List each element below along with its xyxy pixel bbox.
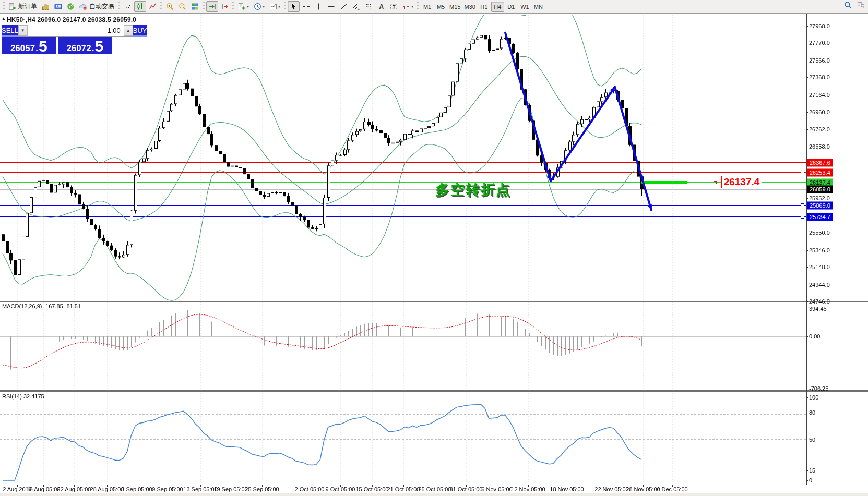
autoscroll-button[interactable]	[206, 1, 218, 12]
trendline-button[interactable]	[338, 1, 350, 12]
bars-chart-icon	[124, 3, 132, 10]
label-icon: T	[390, 3, 398, 10]
templates-button[interactable]: ▾	[267, 1, 282, 12]
sell-price-dot: .	[35, 44, 38, 53]
rsi-tick-label: 50	[809, 437, 815, 443]
date-tick-label: 28 Nov 05:00	[626, 486, 660, 492]
date-tick-label: 31 Oct 05:00	[450, 486, 483, 492]
fibonacci-button[interactable]: F	[363, 1, 375, 12]
buy-button[interactable]: BUY	[133, 25, 147, 37]
price-tick-label: 25346.0	[809, 247, 830, 253]
hline-button[interactable]	[325, 1, 337, 12]
text-button[interactable]: A	[375, 1, 387, 12]
chart-shift-icon	[221, 3, 229, 10]
timeframe-m1[interactable]: M1	[421, 2, 434, 12]
tile-windows-button[interactable]	[189, 1, 201, 12]
line-chart-icon	[149, 3, 157, 10]
sell-price-frac: 5	[39, 40, 47, 53]
price-tick-label: 24944.0	[809, 282, 830, 288]
date-tick-label: 28 Aug 05:00	[90, 486, 124, 492]
price-level-label: 25869.0	[807, 202, 833, 210]
timeframe-m30[interactable]: M30	[462, 2, 477, 12]
timeframe-m15[interactable]: M15	[448, 2, 462, 12]
volume-decrease-button[interactable]: ▼	[18, 25, 28, 36]
zoom-in-button[interactable]	[164, 1, 176, 12]
signals-icon	[67, 3, 75, 10]
timeframe-w1[interactable]: W1	[518, 2, 531, 12]
chevron-down-icon[interactable]: ▾	[263, 4, 265, 9]
channel-icon: E	[352, 3, 360, 10]
sell-button[interactable]: SELL	[2, 25, 18, 37]
price-tick-label: 27968.0	[809, 23, 830, 29]
price-tick-label: 27566.0	[809, 57, 830, 64]
timeframe-d1[interactable]: D1	[505, 2, 518, 12]
cursor-button[interactable]	[288, 1, 300, 12]
signals-button[interactable]	[65, 1, 77, 12]
chart-canvas[interactable]	[0, 0, 868, 496]
sell-price-main: 26057	[10, 44, 35, 53]
chevron-down-icon[interactable]: ▾	[247, 4, 249, 9]
date-tick-label: 9 Oct 05:00	[326, 486, 355, 492]
timeframe-h1[interactable]: H1	[478, 2, 491, 12]
arrows-button[interactable]: ▾	[400, 1, 415, 12]
tile-windows-icon	[191, 3, 199, 10]
profile-button[interactable]	[52, 1, 64, 12]
macd-tick-label: -706.25	[809, 385, 828, 392]
macd-tick-label: 394.45	[809, 306, 827, 312]
chevron-down-icon[interactable]: ▾	[411, 4, 413, 9]
price-tick-label: 26960.0	[809, 109, 830, 115]
new-order-button[interactable]: 新订单	[6, 1, 39, 12]
candle-chart-button[interactable]	[134, 1, 146, 12]
cursor-icon	[290, 3, 298, 10]
timeframe-h4[interactable]: H4	[491, 2, 504, 12]
toolbar-grip	[284, 2, 286, 11]
toolbar-grip	[3, 2, 5, 11]
price-level-label: 26253.4	[807, 169, 833, 177]
fibonacci-icon: F	[365, 3, 373, 10]
chart-shift-button[interactable]	[219, 1, 231, 12]
svg-text:F: F	[371, 7, 373, 10]
autoscroll-icon	[208, 3, 216, 10]
chevron-down-icon[interactable]: ▾	[278, 4, 280, 9]
vline-button[interactable]	[313, 1, 325, 12]
price-tick-label: 27770.0	[809, 40, 830, 46]
buy-price[interactable]: 26072 . 5	[58, 37, 113, 54]
timeframe-mn[interactable]: MN	[532, 2, 545, 12]
volume-increase-button[interactable]: ▲	[124, 25, 133, 36]
timeframe-m5[interactable]: M5	[434, 2, 447, 12]
chat-icon[interactable]	[857, 1, 865, 9]
templates-icon	[269, 3, 277, 10]
line-chart-button[interactable]	[147, 1, 159, 12]
sell-price[interactable]: 26057 . 5	[2, 37, 56, 54]
toolbar-grip	[118, 2, 120, 11]
toolbar-grip	[203, 2, 205, 11]
indicators-icon	[238, 3, 246, 10]
candles-chart-icon	[136, 3, 144, 10]
autotrading-button[interactable]: 自动交易	[77, 1, 116, 12]
date-tick-label: 25 Oct 05:00	[419, 486, 451, 492]
rsi-tick-label: 15	[809, 467, 815, 474]
date-tick-label: 2 Oct 05:00	[295, 486, 325, 492]
mt4-window: 新订单自动交易▾▾▾EFAT▾M1M5M15M30H1H4D1W1MN ▲ HK…	[0, 0, 868, 496]
buy-price-dot: .	[92, 44, 94, 53]
autotrading-button-label: 自动交易	[89, 2, 114, 11]
channel-button[interactable]: E	[350, 1, 362, 12]
zoom-out-button[interactable]	[176, 1, 188, 12]
date-tick-label: 12 Nov 05:00	[511, 486, 545, 492]
bar-chart-button[interactable]	[122, 1, 134, 12]
periods-button[interactable]: ▾	[252, 1, 267, 12]
date-tick-label: 15 Oct 05:00	[356, 486, 389, 492]
indicators-button[interactable]: ▾	[236, 1, 251, 12]
svg-text:A: A	[379, 3, 384, 10]
volume-input[interactable]	[28, 25, 124, 36]
crosshair-button[interactable]	[300, 1, 312, 12]
rsi-tick-label: 80	[809, 409, 815, 416]
price-tick-label: 24746.0	[809, 298, 830, 305]
price-level-label: 25734.7	[807, 213, 833, 221]
price-level-label: 26059.0	[807, 186, 833, 193]
label-button[interactable]: T	[388, 1, 400, 12]
charts-button[interactable]	[40, 1, 52, 12]
search-icon[interactable]	[844, 1, 852, 9]
price-tick-label: 26558.0	[809, 143, 830, 150]
trendline-icon	[340, 3, 348, 10]
